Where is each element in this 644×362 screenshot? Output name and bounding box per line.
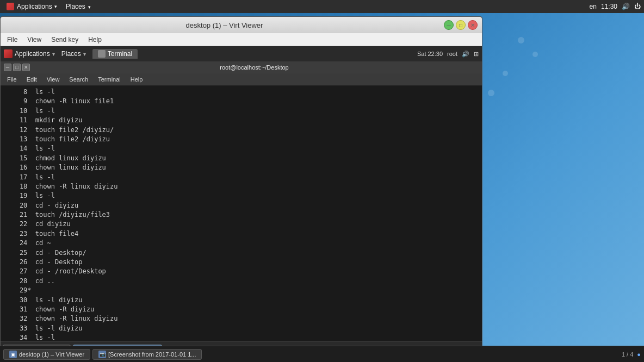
terminal-line: 22 cd diyizu (4, 220, 479, 229)
terminal-menu-file[interactable]: File (3, 75, 21, 84)
terminal-line: 15 chmod linux diyizu (4, 154, 479, 163)
host-taskbar-right: 1 / 4 ● (622, 351, 641, 358)
terminal-titlebar: ─ □ ✕ root@localhost:~/Desktop (1, 61, 482, 73)
terminal-line: 14 ls -l (4, 144, 479, 153)
host-task-screenshot[interactable]: 📷 [Screenshot from 2017-01-01 1... (92, 349, 202, 360)
terminal-content[interactable]: 8 ls -l 9 chown -R linux file1 10 ls -l … (1, 85, 482, 341)
terminal-line: 34 ls -l (4, 333, 479, 341)
host-taskbar-left: ▣ desktop (1) – Virt Viewer 📷 [Screensho… (3, 349, 202, 360)
terminal-menu-terminal[interactable]: Terminal (94, 75, 125, 84)
places-label: Places (66, 3, 85, 10)
terminal-line: 13 touch file2 /diyizu (4, 135, 479, 144)
inner-places-label[interactable]: Places (61, 50, 81, 58)
deco-dot-4 (488, 90, 494, 96)
deco-dot-3 (503, 71, 508, 76)
terminal-line: 8 ls -l (4, 88, 479, 97)
host-task-screenshot-icon: 📷 (98, 351, 106, 358)
host-task-virt[interactable]: ▣ desktop (1) – Virt Viewer (3, 349, 90, 360)
inner-topbar-right: Sat 22:30 root 🔊 ⊞ (417, 51, 479, 58)
minimize-icon: ─ (447, 22, 450, 28)
terminal-line: 28 cd .. (4, 277, 479, 286)
applications-label: Applications (17, 3, 52, 10)
terminal-title: root@localhost:~/Desktop (30, 64, 479, 71)
inner-terminal-tab[interactable]: Terminal (92, 49, 138, 59)
inner-sound-icon: 🔊 (462, 51, 469, 58)
terminal-close-button[interactable]: ✕ (22, 64, 30, 71)
virt-minimize-button[interactable]: ─ (444, 20, 454, 30)
terminal-win-buttons: ─ □ ✕ (4, 64, 30, 71)
inner-terminal-tab-label: Terminal (108, 50, 132, 58)
deco-dot-1 (518, 37, 524, 43)
inner-places-chevron: ▾ (83, 51, 86, 57)
terminal-line: 11 mkdir diyizu (4, 116, 479, 125)
maximize-icon: □ (459, 22, 462, 28)
terminal-line: 23 touch file4 (4, 229, 479, 239)
host-task-screenshot-label: [Screenshot from 2017-01-01 1... (108, 351, 196, 358)
language-indicator: en (590, 3, 597, 10)
terminal-menu-search[interactable]: Search (65, 75, 92, 84)
inner-topbar-left: Applications ▾ Places ▾ Terminal (4, 49, 138, 59)
close-icon: ✕ (470, 22, 475, 28)
terminal-line: 32 chown -R linux diyizu (4, 314, 479, 323)
virt-titlebar: desktop (1) – Virt Viewer ─ □ ✕ (1, 17, 482, 33)
virt-maximize-button[interactable]: □ (456, 20, 466, 30)
host-task-virt-icon: ▣ (9, 351, 17, 358)
virt-menu-view[interactable]: View (23, 35, 46, 45)
inner-network-icon: ⊞ (474, 51, 479, 58)
host-task-virt-label: desktop (1) – Virt Viewer (19, 351, 84, 358)
virt-menu-sendkey[interactable]: Send key (47, 35, 83, 45)
host-page-icon: ● (637, 351, 641, 358)
terminal-maximize-button[interactable]: □ (13, 64, 21, 71)
applications-chevron: ▾ (54, 4, 57, 9)
deco-dot-2 (532, 52, 538, 57)
terminal-line: 21 touch /diyizu/file3 (4, 210, 479, 220)
virt-menubar: File View Send key Help (1, 33, 482, 46)
terminal-menu-view[interactable]: View (42, 75, 64, 84)
virt-window-controls: ─ □ ✕ (444, 20, 478, 30)
host-taskbar: ▣ desktop (1) – Virt Viewer 📷 [Screensho… (0, 346, 644, 362)
terminal-line: 10 ls -l (4, 107, 479, 116)
system-top-bar: Applications ▾ Places ▾ en 11:30 🔊 ⏻ (0, 0, 644, 13)
inner-apps-chevron: ▾ (52, 51, 55, 57)
virt-menu-file[interactable]: File (3, 35, 22, 45)
terminal-line: 26 cd - Desktop (4, 258, 479, 267)
clock: 11:30 (601, 3, 617, 10)
virt-close-button[interactable]: ✕ (468, 20, 478, 30)
terminal-line: 27 cd - /root/Desktop (4, 267, 479, 276)
host-page-info: 1 / 4 (622, 351, 633, 358)
terminal-line: 30 ls -l diyizu (4, 296, 479, 305)
inner-app-icon (4, 49, 13, 58)
terminal-line: 12 touch file2 /diyizu/ (4, 126, 479, 135)
virt-menu-help[interactable]: Help (84, 35, 106, 45)
topbar-right: en 11:30 🔊 ⏻ (590, 3, 641, 10)
terminal-line: 9 chown -R linux file1 (4, 97, 479, 106)
places-chevron: ▾ (88, 4, 91, 10)
terminal-menu-edit[interactable]: Edit (22, 75, 41, 84)
terminal-minimize-button[interactable]: ─ (4, 64, 11, 71)
terminal-menubar: File Edit View Search Terminal Help (1, 73, 482, 85)
terminal-line: 31 chown -R diyizu (4, 305, 479, 314)
power-icon: ⏻ (634, 3, 641, 10)
virt-viewer-window: desktop (1) – Virt Viewer ─ □ ✕ File Vie… (0, 16, 482, 358)
inner-vm-content: Applications ▾ Places ▾ Terminal Sat 22:… (1, 46, 482, 357)
terminal-menu-help[interactable]: Help (126, 75, 147, 84)
terminal-line: 19 ls -l (4, 191, 479, 201)
terminal-line: 25 cd - Desktop/ (4, 248, 479, 258)
terminal-line: 20 cd - diyizu (4, 201, 479, 210)
terminal-line: 33 ls -l diyizu (4, 324, 479, 333)
applications-icon (7, 3, 14, 10)
topbar-left: Applications ▾ Places ▾ (3, 2, 94, 11)
inner-topbar: Applications ▾ Places ▾ Terminal Sat 22:… (1, 46, 482, 61)
virt-title: desktop (1) – Virt Viewer (5, 21, 444, 29)
screenshot-icon-inner: 📷 (100, 352, 106, 357)
topbar-applications[interactable]: Applications ▾ (3, 2, 60, 11)
virt-icon-inner: ▣ (11, 352, 16, 357)
terminal-line: 17 ls -l (4, 173, 479, 182)
inner-user: root (447, 51, 457, 57)
terminal-line: 18 chown -R linux diyizu (4, 182, 479, 191)
inner-applications-label[interactable]: Applications (15, 50, 50, 58)
sound-icon: 🔊 (622, 3, 630, 10)
terminal-line: 29* (4, 286, 479, 295)
inner-time: Sat 22:30 (417, 51, 443, 57)
topbar-places[interactable]: Places ▾ (63, 2, 94, 11)
